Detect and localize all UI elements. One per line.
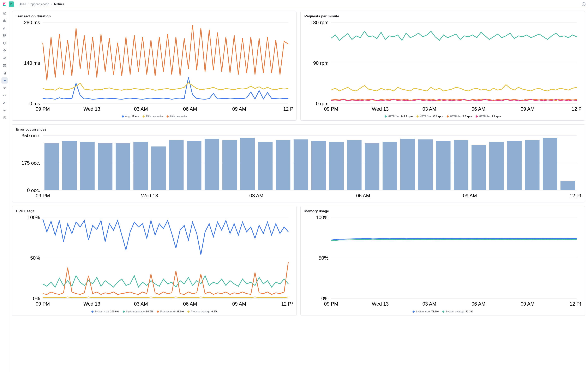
svg-text:06 AM: 06 AM xyxy=(183,301,197,307)
apm-icon[interactable] xyxy=(1,77,8,84)
legend-label: System max xyxy=(95,310,109,313)
svg-text:100%: 100% xyxy=(28,215,40,220)
chart-rpm[interactable]: 0 rpm90 rpm180 rpm09 PMWed 1303 AM06 AM0… xyxy=(304,20,581,113)
dashboard-icon[interactable] xyxy=(1,33,8,39)
chart-errors[interactable]: 0 occ.175 occ.350 occ.09 PMWed 1303 AM06… xyxy=(16,133,581,200)
panel-transaction-duration: Transaction duration 0 ms140 ms280 ms09 … xyxy=(12,11,297,121)
legend-item[interactable]: System max 100.0% xyxy=(92,310,119,313)
legend-value: 72.3% xyxy=(466,310,473,313)
legend-label: Avg. xyxy=(125,115,130,118)
svg-rect-78 xyxy=(507,141,522,190)
svg-text:09 AM: 09 AM xyxy=(232,301,246,307)
infra-icon[interactable] xyxy=(1,63,8,69)
legend-item[interactable]: HTTP 3xx 30.2 rpm xyxy=(417,115,443,118)
svg-point-14 xyxy=(5,95,6,96)
legend-value: 145.7 rpm xyxy=(400,115,412,118)
legend-label: HTTP 4xx xyxy=(450,115,461,118)
logs-icon[interactable] xyxy=(1,70,8,76)
svg-rect-69 xyxy=(347,140,362,190)
content: Transaction duration 0 ms140 ms280 ms09 … xyxy=(9,8,588,372)
svg-rect-76 xyxy=(472,145,486,190)
svg-rect-52 xyxy=(44,143,59,190)
svg-rect-75 xyxy=(454,140,468,190)
breadcrumb-service[interactable]: opbeans-node xyxy=(31,2,49,6)
ml-icon[interactable] xyxy=(1,55,8,61)
panel-title: Transaction duration xyxy=(16,14,293,18)
svg-text:50%: 50% xyxy=(319,255,328,261)
devtools-icon[interactable] xyxy=(1,100,8,106)
svg-text:03 AM: 03 AM xyxy=(134,301,148,307)
svg-rect-66 xyxy=(294,139,308,190)
svg-rect-73 xyxy=(418,139,433,190)
chart-memory[interactable]: 0%50%100%09 PMWed 1303 AM06 AM09 AM12 PM xyxy=(304,214,581,308)
topbar: D / APM / opbeans-node / Metrics xyxy=(0,0,588,8)
legend-dot-icon xyxy=(122,116,124,117)
legend-label: Process max xyxy=(160,310,175,313)
legend-value: 14.7% xyxy=(146,310,153,313)
breadcrumb-apm[interactable]: APM xyxy=(20,2,26,6)
kibana-logo-icon[interactable] xyxy=(2,2,6,6)
svg-text:06 AM: 06 AM xyxy=(472,106,485,112)
chart-cpu[interactable]: 0%50%100%09 PMWed 1303 AM06 AM09 AM12 PM xyxy=(16,214,293,308)
svg-rect-2 xyxy=(3,34,4,36)
svg-rect-56 xyxy=(116,143,130,190)
svg-point-1 xyxy=(3,20,6,22)
svg-text:175 occ.: 175 occ. xyxy=(21,160,40,166)
legend-item[interactable]: System average 72.3% xyxy=(442,310,473,313)
svg-text:03 AM: 03 AM xyxy=(422,301,436,307)
legend-value: 17 ms xyxy=(132,115,139,118)
svg-text:09 AM: 09 AM xyxy=(463,193,477,198)
legend-item[interactable]: Process max 33.3% xyxy=(157,310,184,313)
legend-memory: System max 73.6%System average 72.3% xyxy=(304,308,581,313)
visualize-icon[interactable] xyxy=(1,25,8,32)
panel-title: Error occurrences xyxy=(16,128,581,132)
space-selector[interactable]: D xyxy=(9,1,14,7)
svg-rect-81 xyxy=(560,181,575,190)
svg-rect-64 xyxy=(258,142,273,190)
svg-text:0 occ.: 0 occ. xyxy=(27,187,40,193)
svg-text:09 PM: 09 PM xyxy=(36,106,50,112)
legend-dot-icon xyxy=(188,310,189,313)
svg-rect-54 xyxy=(80,142,95,190)
svg-rect-59 xyxy=(169,140,184,190)
siem-icon[interactable] xyxy=(1,92,8,98)
recent-icon[interactable] xyxy=(1,10,8,17)
legend-item[interactable]: 95th percentile xyxy=(143,115,163,118)
svg-text:0%: 0% xyxy=(33,296,40,301)
svg-rect-4 xyxy=(3,36,4,37)
legend-item[interactable]: System max 73.6% xyxy=(412,310,439,313)
legend-value: 73.6% xyxy=(431,310,439,313)
legend-value: 7.8 rpm xyxy=(492,115,501,118)
svg-text:Wed 13: Wed 13 xyxy=(83,301,100,307)
svg-text:Wed 13: Wed 13 xyxy=(372,301,388,307)
legend-item[interactable]: HTTP 4xx 8.5 rpm xyxy=(447,115,472,118)
legend-item[interactable]: System average 14.7% xyxy=(123,310,153,313)
discover-icon[interactable] xyxy=(1,18,8,24)
management-icon[interactable] xyxy=(1,115,8,121)
uptime-icon[interactable] xyxy=(1,85,8,91)
svg-text:12 P: 12 P xyxy=(283,106,293,112)
legend-item[interactable]: Avg. 17 ms xyxy=(122,115,139,118)
legend-item[interactable]: HTTP 2xx 145.7 rpm xyxy=(385,115,413,118)
svg-text:50%: 50% xyxy=(30,255,40,261)
svg-text:06 AM: 06 AM xyxy=(472,301,485,307)
svg-text:06 AM: 06 AM xyxy=(356,193,370,198)
breadcrumb-current: Metrics xyxy=(54,2,64,6)
legend-item[interactable]: HTTP 5xx 7.8 rpm xyxy=(476,115,501,118)
svg-rect-57 xyxy=(134,142,148,190)
svg-text:09 PM: 09 PM xyxy=(324,301,338,307)
chart-transaction-duration[interactable]: 0 ms140 ms280 ms09 PMWed 1303 AM06 AM09 … xyxy=(16,20,293,113)
svg-text:140 ms: 140 ms xyxy=(24,60,40,66)
svg-text:09 PM: 09 PM xyxy=(324,106,338,112)
monitor-icon[interactable] xyxy=(1,107,8,113)
help-icon[interactable] xyxy=(582,2,586,6)
legend-label: System average xyxy=(446,310,464,313)
legend-label: 95th percentile xyxy=(146,115,163,118)
canvas-icon[interactable] xyxy=(1,40,8,46)
legend-item[interactable]: 99th percentile xyxy=(167,115,187,118)
svg-text:Wed 13: Wed 13 xyxy=(141,193,158,198)
svg-text:03 AM: 03 AM xyxy=(422,106,436,112)
legend-item[interactable]: Process average 0.5% xyxy=(188,310,217,313)
maps-icon[interactable] xyxy=(1,48,8,54)
svg-rect-6 xyxy=(3,42,6,44)
